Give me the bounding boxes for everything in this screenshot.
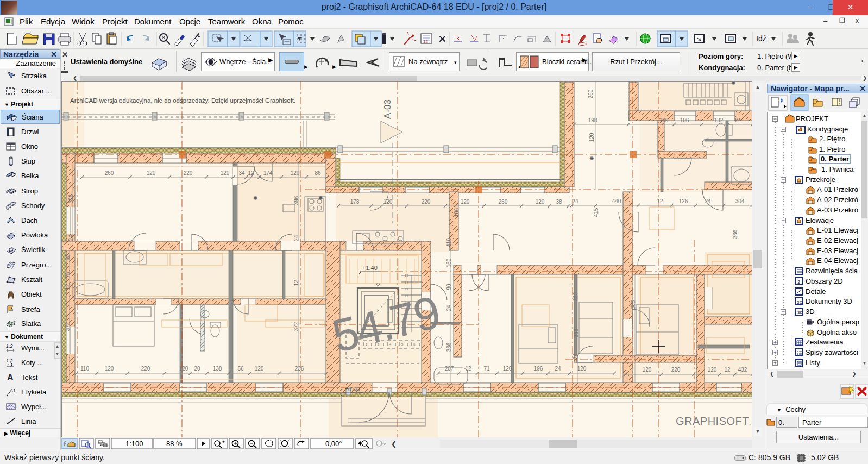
svg-text:1.2: 1.2 — [6, 343, 13, 349]
svg-text:138: 138 — [213, 366, 222, 372]
svg-text:20: 20 — [194, 366, 200, 372]
svg-text:120: 120 — [503, 366, 512, 372]
svg-text:❮: ❮ — [391, 440, 397, 448]
svg-text:186: 186 — [454, 208, 460, 217]
svg-text:12: 12 — [248, 170, 254, 176]
svg-text:260: 260 — [588, 89, 594, 98]
svg-text:71: 71 — [483, 366, 490, 372]
svg-text:415: 415 — [593, 208, 599, 217]
svg-text:±0.00: ±0.00 — [345, 386, 360, 392]
svg-text:110: 110 — [80, 366, 89, 372]
svg-text:260: 260 — [499, 199, 508, 205]
svg-text:12: 12 — [423, 39, 428, 44]
svg-text:38: 38 — [556, 199, 562, 205]
svg-text:✺: ✺ — [318, 195, 323, 201]
svg-text:ArchiCAD wersja edukacyjna, ni: ArchiCAD wersja edukacyjna, nie do odspr… — [70, 97, 295, 104]
svg-text:A1: A1 — [10, 388, 16, 393]
svg-text:1.2: 1.2 — [6, 358, 13, 363]
svg-text:3D: 3D — [797, 310, 803, 315]
svg-text:220: 220 — [671, 367, 681, 373]
svg-text:34: 34 — [238, 170, 245, 176]
svg-text:12: 12 — [734, 117, 740, 123]
svg-text:120: 120 — [147, 170, 156, 176]
svg-text:120: 120 — [461, 199, 470, 205]
svg-text:120: 120 — [221, 170, 230, 176]
svg-text:120: 120 — [536, 199, 545, 205]
svg-text:✺: ✺ — [253, 195, 257, 201]
svg-text:260: 260 — [105, 170, 114, 176]
svg-text:120: 120 — [105, 366, 114, 372]
svg-text:60: 60 — [65, 254, 71, 261]
svg-text:396: 396 — [68, 194, 74, 203]
svg-text:0,00°: 0,00° — [325, 440, 342, 448]
svg-text:440: 440 — [612, 198, 621, 204]
svg-text:24: 24 — [572, 198, 578, 204]
svg-text:207: 207 — [445, 366, 454, 372]
svg-text:24: 24 — [68, 235, 74, 241]
svg-text:86: 86 — [315, 170, 321, 176]
svg-text:132: 132 — [714, 117, 724, 123]
svg-text:13: 13 — [405, 287, 408, 291]
svg-text:76: 76 — [65, 272, 71, 278]
svg-text:2: 2 — [797, 279, 800, 285]
svg-text:✺: ✺ — [731, 82, 735, 86]
svg-text:✺: ✺ — [589, 155, 594, 161]
svg-text:±: ± — [222, 439, 225, 444]
svg-text:372: 372 — [65, 322, 71, 331]
svg-text:220: 220 — [184, 170, 193, 176]
svg-text:120: 120 — [179, 366, 188, 372]
svg-text:56: 56 — [237, 366, 244, 372]
svg-text:366: 366 — [573, 328, 579, 337]
svg-text:236: 236 — [295, 366, 304, 372]
svg-text:88 %: 88 % — [166, 440, 183, 448]
svg-text:GRAPHISOFT.: GRAPHISOFT. — [676, 415, 751, 427]
svg-text:12: 12 — [724, 367, 731, 373]
svg-text:196: 196 — [534, 366, 543, 372]
svg-text:+1.40: +1.40 — [362, 265, 378, 271]
svg-text:1:100: 1:100 — [125, 440, 143, 448]
svg-text:14: 14 — [405, 281, 408, 284]
svg-text:120: 120 — [643, 367, 652, 373]
svg-text:178: 178 — [350, 199, 360, 205]
svg-text:24: 24 — [555, 366, 561, 372]
svg-text:12: 12 — [465, 366, 471, 372]
svg-text:304: 304 — [735, 198, 745, 204]
svg-text:126: 126 — [679, 198, 688, 204]
svg-text:120: 120 — [577, 366, 587, 372]
svg-text:366: 366 — [732, 229, 738, 239]
svg-text:120: 120 — [383, 199, 393, 205]
svg-text:120: 120 — [589, 133, 595, 142]
svg-text:432: 432 — [738, 367, 747, 373]
svg-text:15: 15 — [405, 274, 408, 277]
svg-text:3D: 3D — [797, 300, 802, 305]
svg-text:120: 120 — [708, 367, 717, 373]
svg-text:174: 174 — [263, 170, 273, 176]
svg-text:120: 120 — [255, 366, 264, 372]
svg-text:106: 106 — [680, 117, 689, 123]
svg-text:A-03: A-03 — [382, 99, 393, 119]
svg-text:100: 100 — [659, 117, 669, 123]
svg-text:Idź: Idź — [756, 34, 766, 43]
svg-text:12: 12 — [657, 198, 663, 204]
svg-text:220: 220 — [141, 366, 150, 372]
svg-text:A: A — [7, 373, 14, 382]
svg-text:220: 220 — [422, 199, 431, 205]
svg-text:12: 12 — [65, 284, 71, 290]
